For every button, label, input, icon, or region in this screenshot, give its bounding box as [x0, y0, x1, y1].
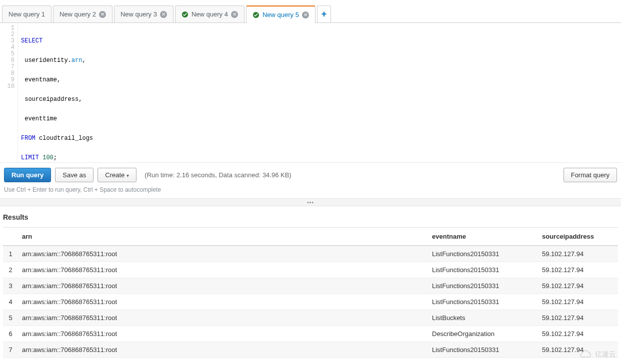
- table-row[interactable]: 6arn:aws:iam::706868765311:rootDescribeO…: [3, 326, 618, 342]
- action-bar: Run query Save as Create▾ (Run time: 2.1…: [0, 163, 621, 186]
- cell-eventname: ListBuckets: [428, 310, 538, 326]
- table-row[interactable]: 3arn:aws:iam::706868765311:rootListFunct…: [3, 278, 618, 294]
- create-button[interactable]: Create▾: [98, 168, 136, 182]
- results-title: Results: [3, 213, 618, 221]
- cell-sourceip: 59.102.127.94: [538, 326, 618, 342]
- cell-sourceip: 59.102.127.94: [538, 294, 618, 310]
- cell-sourceip: 59.102.127.94: [538, 246, 618, 262]
- cell-index: 5: [3, 310, 18, 326]
- create-label: Create: [105, 171, 124, 179]
- tab-query-4[interactable]: New query 4 ✕: [175, 5, 244, 22]
- col-eventname[interactable]: eventname: [428, 228, 538, 246]
- cell-arn: arn:aws:iam::706868765311:root: [18, 278, 428, 294]
- cell-arn: arn:aws:iam::706868765311:root: [18, 342, 428, 358]
- table-row[interactable]: 7arn:aws:iam::706868765311:rootListFunct…: [3, 342, 618, 358]
- tab-label: New query 1: [8, 10, 45, 18]
- code-area[interactable]: SELECT useridentity.arn, eventname, sour…: [18, 23, 96, 162]
- close-icon[interactable]: ✕: [99, 11, 106, 18]
- format-query-button[interactable]: Format query: [564, 168, 617, 182]
- tab-query-3[interactable]: New query 3 ✕: [114, 5, 174, 22]
- cell-index: 1: [3, 246, 18, 262]
- cell-index: 2: [3, 262, 18, 278]
- cell-eventname: ListFunctions20150331: [428, 294, 538, 310]
- save-as-button[interactable]: Save as: [55, 168, 94, 182]
- line-gutter: 12345678910: [0, 23, 18, 162]
- tab-query-2[interactable]: New query 2 ✕: [53, 5, 112, 22]
- close-icon[interactable]: ✕: [160, 11, 167, 18]
- cell-arn: arn:aws:iam::706868765311:root: [18, 262, 428, 278]
- watermark: 亿速云: [579, 348, 616, 361]
- chevron-down-icon: ▾: [126, 173, 129, 178]
- table-row[interactable]: 1arn:aws:iam::706868765311:rootListFunct…: [3, 246, 618, 262]
- tab-label: New query 3: [120, 10, 157, 18]
- cell-index: 7: [3, 342, 18, 358]
- query-tabs: New query 1 New query 2 ✕ New query 3 ✕ …: [0, 0, 621, 23]
- cell-sourceip: 59.102.127.94: [538, 262, 618, 278]
- success-icon: [182, 11, 188, 18]
- table-row[interactable]: 4arn:aws:iam::706868765311:rootListFunct…: [3, 294, 618, 310]
- col-index[interactable]: [3, 228, 18, 246]
- cell-eventname: ListFunctions20150331: [428, 278, 538, 294]
- close-icon[interactable]: ✕: [231, 11, 238, 18]
- cloud-icon: [579, 348, 592, 361]
- tab-query-5[interactable]: New query 5 ✕: [246, 5, 316, 23]
- cell-eventname: ListFunctions20150331: [428, 246, 538, 262]
- col-arn[interactable]: arn: [18, 228, 428, 246]
- col-sourceip[interactable]: sourceipaddress: [538, 228, 618, 246]
- keyboard-hint: Use Ctrl + Enter to run query, Ctrl + Sp…: [0, 186, 621, 198]
- results-header-row: arn eventname sourceipaddress: [3, 228, 618, 246]
- tab-query-1[interactable]: New query 1: [2, 5, 52, 22]
- cell-arn: arn:aws:iam::706868765311:root: [18, 310, 428, 326]
- cell-index: 4: [3, 294, 18, 310]
- table-row[interactable]: 5arn:aws:iam::706868765311:rootListBucke…: [3, 310, 618, 326]
- cell-arn: arn:aws:iam::706868765311:root: [18, 246, 428, 262]
- cell-eventname: DescribeOrganization: [428, 326, 538, 342]
- watermark-text: 亿速云: [595, 350, 616, 359]
- kw-select: SELECT: [21, 37, 42, 44]
- table-row[interactable]: 2arn:aws:iam::706868765311:rootListFunct…: [3, 262, 618, 278]
- cell-index: 3: [3, 278, 18, 294]
- run-query-button[interactable]: Run query: [4, 168, 51, 182]
- sql-editor[interactable]: 12345678910 SELECT useridentity.arn, eve…: [0, 23, 621, 163]
- cell-arn: arn:aws:iam::706868765311:root: [18, 294, 428, 310]
- cell-sourceip: 59.102.127.94: [538, 278, 618, 294]
- tab-label: New query 4: [192, 10, 228, 18]
- cell-sourceip: 59.102.127.94: [538, 310, 618, 326]
- success-icon: [252, 11, 260, 18]
- tab-label: New query 2: [60, 10, 96, 18]
- close-icon[interactable]: ✕: [302, 11, 309, 18]
- run-info: (Run time: 2.16 seconds, Data scanned: 3…: [144, 171, 291, 179]
- pane-resize-handle[interactable]: •••: [0, 198, 621, 206]
- cell-arn: arn:aws:iam::706868765311:root: [18, 326, 428, 342]
- cell-index: 6: [3, 326, 18, 342]
- results-table: arn eventname sourceipaddress 1arn:aws:i…: [3, 227, 618, 358]
- add-tab-button[interactable]: +: [317, 5, 331, 22]
- cell-eventname: ListFunctions20150331: [428, 262, 538, 278]
- results-panel: Results arn eventname sourceipaddress 1a…: [0, 206, 621, 358]
- tab-label: New query 5: [262, 11, 299, 18]
- cell-eventname: ListFunctions20150331: [428, 342, 538, 358]
